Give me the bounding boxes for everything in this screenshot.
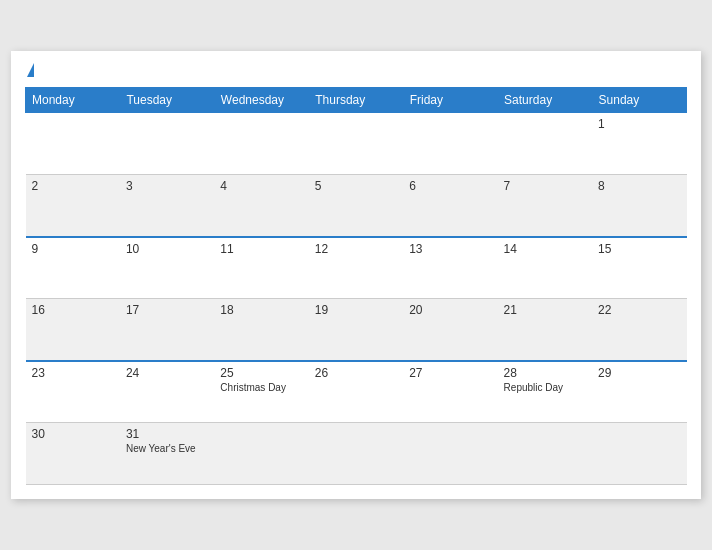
calendar-row: 2345678 bbox=[26, 175, 687, 237]
calendar-cell bbox=[309, 423, 403, 485]
calendar-cell: 8 bbox=[592, 175, 686, 237]
event-label: Republic Day bbox=[504, 382, 586, 393]
calendar-cell: 14 bbox=[498, 237, 592, 299]
calendar-cell: 25Christmas Day bbox=[214, 361, 308, 423]
calendar-cell: 16 bbox=[26, 299, 120, 361]
calendar-row: 1 bbox=[26, 113, 687, 175]
day-number: 20 bbox=[409, 303, 491, 317]
day-number: 2 bbox=[32, 179, 114, 193]
calendar-cell: 9 bbox=[26, 237, 120, 299]
day-number: 22 bbox=[598, 303, 680, 317]
calendar-cell: 24 bbox=[120, 361, 214, 423]
day-number: 5 bbox=[315, 179, 397, 193]
logo bbox=[25, 63, 34, 77]
calendar-cell: 10 bbox=[120, 237, 214, 299]
calendar-cell bbox=[214, 113, 308, 175]
calendar-cell bbox=[26, 113, 120, 175]
calendar-cell: 6 bbox=[403, 175, 497, 237]
day-number: 14 bbox=[504, 242, 586, 256]
day-number: 10 bbox=[126, 242, 208, 256]
day-number: 31 bbox=[126, 427, 208, 441]
day-number: 13 bbox=[409, 242, 491, 256]
day-number: 12 bbox=[315, 242, 397, 256]
day-number: 24 bbox=[126, 366, 208, 380]
day-number: 3 bbox=[126, 179, 208, 193]
calendar-row: 9101112131415 bbox=[26, 237, 687, 299]
calendar-cell bbox=[309, 113, 403, 175]
day-number: 6 bbox=[409, 179, 491, 193]
calendar-cell: 30 bbox=[26, 423, 120, 485]
logo-triangle-icon bbox=[27, 63, 34, 77]
col-saturday: Saturday bbox=[498, 88, 592, 113]
calendar-table: Monday Tuesday Wednesday Thursday Friday… bbox=[25, 87, 687, 485]
calendar-cell: 18 bbox=[214, 299, 308, 361]
day-number: 7 bbox=[504, 179, 586, 193]
calendar-cell: 31New Year's Eve bbox=[120, 423, 214, 485]
day-number: 25 bbox=[220, 366, 302, 380]
calendar-cell bbox=[403, 113, 497, 175]
event-label: New Year's Eve bbox=[126, 443, 208, 454]
col-tuesday: Tuesday bbox=[120, 88, 214, 113]
day-number: 16 bbox=[32, 303, 114, 317]
calendar-cell: 12 bbox=[309, 237, 403, 299]
calendar-cell bbox=[214, 423, 308, 485]
calendar-row: 3031New Year's Eve bbox=[26, 423, 687, 485]
col-friday: Friday bbox=[403, 88, 497, 113]
event-label: Christmas Day bbox=[220, 382, 302, 393]
column-headers: Monday Tuesday Wednesday Thursday Friday… bbox=[26, 88, 687, 113]
calendar-cell: 22 bbox=[592, 299, 686, 361]
calendar-cell: 21 bbox=[498, 299, 592, 361]
calendar-cell: 7 bbox=[498, 175, 592, 237]
day-number: 8 bbox=[598, 179, 680, 193]
day-number: 26 bbox=[315, 366, 397, 380]
day-number: 30 bbox=[32, 427, 114, 441]
calendar-row: 16171819202122 bbox=[26, 299, 687, 361]
calendar-cell: 19 bbox=[309, 299, 403, 361]
calendar-cell: 5 bbox=[309, 175, 403, 237]
day-number: 18 bbox=[220, 303, 302, 317]
calendar-header bbox=[25, 63, 687, 77]
calendar-wrapper: Monday Tuesday Wednesday Thursday Friday… bbox=[11, 51, 701, 499]
calendar-cell: 13 bbox=[403, 237, 497, 299]
calendar-cell bbox=[498, 423, 592, 485]
day-number: 21 bbox=[504, 303, 586, 317]
day-number: 15 bbox=[598, 242, 680, 256]
calendar-cell: 15 bbox=[592, 237, 686, 299]
col-sunday: Sunday bbox=[592, 88, 686, 113]
calendar-cell bbox=[592, 423, 686, 485]
calendar-cell: 1 bbox=[592, 113, 686, 175]
col-wednesday: Wednesday bbox=[214, 88, 308, 113]
calendar-cell: 2 bbox=[26, 175, 120, 237]
calendar-cell: 4 bbox=[214, 175, 308, 237]
day-number: 17 bbox=[126, 303, 208, 317]
calendar-cell bbox=[498, 113, 592, 175]
day-number: 23 bbox=[32, 366, 114, 380]
calendar-cell: 28Republic Day bbox=[498, 361, 592, 423]
calendar-cell: 20 bbox=[403, 299, 497, 361]
day-number: 9 bbox=[32, 242, 114, 256]
calendar-cell: 27 bbox=[403, 361, 497, 423]
calendar-cell bbox=[120, 113, 214, 175]
calendar-cell: 29 bbox=[592, 361, 686, 423]
calendar-cell: 26 bbox=[309, 361, 403, 423]
day-number: 1 bbox=[598, 117, 680, 131]
calendar-cell: 23 bbox=[26, 361, 120, 423]
col-thursday: Thursday bbox=[309, 88, 403, 113]
day-number: 11 bbox=[220, 242, 302, 256]
col-monday: Monday bbox=[26, 88, 120, 113]
day-number: 4 bbox=[220, 179, 302, 193]
day-number: 27 bbox=[409, 366, 491, 380]
calendar-cell bbox=[403, 423, 497, 485]
calendar-cell: 11 bbox=[214, 237, 308, 299]
day-number: 19 bbox=[315, 303, 397, 317]
calendar-cell: 3 bbox=[120, 175, 214, 237]
calendar-cell: 17 bbox=[120, 299, 214, 361]
calendar-row: 232425Christmas Day262728Republic Day29 bbox=[26, 361, 687, 423]
day-number: 29 bbox=[598, 366, 680, 380]
day-number: 28 bbox=[504, 366, 586, 380]
